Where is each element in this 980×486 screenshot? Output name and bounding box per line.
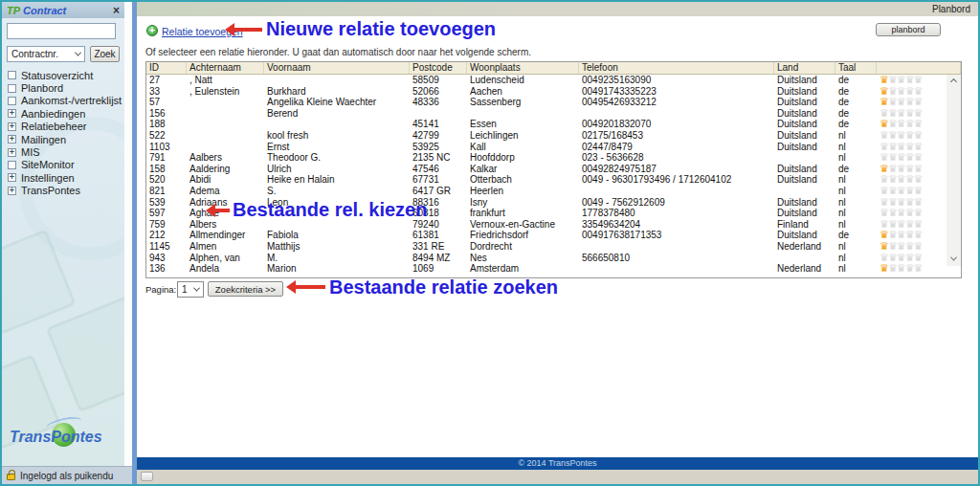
annotation-arrow-left-icon [206,204,230,217]
table-row[interactable]: 212AllmendingerFabiola61381Friedrichsdor… [146,230,961,241]
empty-box-icon[interactable] [8,84,16,93]
cell-achternaam: Abidi [187,174,264,186]
table-row[interactable]: 1103Ernst53925Kall02447/8479Duitslandnl♛… [146,142,961,153]
cell-achternaam: Aaldering [187,164,264,175]
cell-telefoon: 0049 - 7562912609 [579,197,774,209]
cell-achternaam: , Natt [187,75,264,86]
contract-filter-select[interactable]: Contractnr. [7,46,85,62]
cell-land: Duitsland [774,75,835,86]
cell-taal: nl [835,197,877,209]
relations-table: IDAchternaamVoornaamPostcodeWoonplaatsTe… [145,61,962,278]
cell-postcode: 6417 GR [410,186,467,197]
zoekcriteria-button[interactable]: Zoekcriteria >> [208,281,283,297]
page-select[interactable]: 1 [177,281,204,298]
cell-id: 539 [146,197,187,209]
scroll-up-icon[interactable] [947,75,961,89]
annotation-arrow-left-icon [286,280,325,294]
cell-taal: nl [835,208,877,219]
table-row[interactable]: 943Alphen, vanM.8494 MZNes566650810nl♛♛♛… [146,253,961,264]
cell-telefoon: 02447/8479 [579,142,774,153]
sidebar-item-aankomst-vertreklijst[interactable]: Aankomst-/vertreklijst [8,95,122,107]
sidebar: TP Contract × Contractnr. Zoek Statusove… [2,2,124,466]
sidebar-item-aanbiedingen[interactable]: +Aanbiedingen [8,107,122,120]
table-row[interactable]: 27, Natt58509Ludenscheid0049235163090Dui… [146,75,961,86]
cell-voornaam [264,75,410,86]
column-header[interactable]: Postcode [410,62,467,74]
table-row[interactable]: 18845141Essen0049201832070Duitslandde♛♛♛… [146,119,961,130]
cell-voornaam: Berend [264,108,410,120]
cell-voornaam: Matthijs [264,241,410,253]
empty-box-icon[interactable] [8,97,16,105]
cell-land: Duitsland [774,130,835,142]
table-row[interactable]: 522kool fresh42799Leichlingen02175/16845… [146,130,961,142]
scroll-down-icon[interactable] [947,252,961,266]
sidebar-item-statusoverzicht[interactable]: Statusoverzicht [8,69,122,81]
cell-postcode: 42799 [410,130,467,142]
table-row[interactable]: 57Angelika Kleine Waechter48336Sassenber… [146,97,961,108]
table-row[interactable]: 1145AlmenMatthijs331 REDordrechtNederlan… [146,241,961,253]
panel-handle[interactable] [141,472,153,481]
table-row[interactable]: 156BerendDuitslandde♛♛♛♛♛ [146,108,961,120]
column-header[interactable]: Land [774,62,835,74]
plus-box-icon[interactable]: + [8,122,16,131]
plus-box-icon[interactable]: + [8,148,16,157]
sidebar-gap [124,2,132,466]
column-header[interactable]: ID [146,62,187,74]
table-row[interactable]: 821AdemaS.6417 GRHeerlennl♛♛♛♛♛ [146,186,961,197]
column-header[interactable]: Woonplaats [467,62,579,74]
table-row[interactable]: 791AalbersTheodoor G.2135 NCHoofddorp023… [146,152,961,164]
sidebar-item-mis[interactable]: +MIS [8,145,122,158]
table-row[interactable]: 158AalderingUlrich47546Kalkar00492824975… [146,164,961,175]
sidebar-item-planbord[interactable]: Planbord [8,81,122,94]
cell-land: Duitsland [774,97,835,108]
cell-land: Duitsland [774,86,835,98]
add-plus-icon[interactable]: + [146,25,158,36]
cell-achternaam [187,130,264,142]
empty-box-icon[interactable] [8,71,16,79]
cell-id: 27 [146,75,187,86]
table-row[interactable]: 520AbidiHeike en Halain67731Otterbach004… [146,174,961,186]
annotation-pick-relation: Bestaande rel. kiezen [233,199,427,221]
cell-taal: nl [835,142,877,153]
plus-box-icon[interactable]: + [8,109,16,118]
table-scrollbar[interactable] [947,75,961,266]
cell-voornaam: S. [264,186,410,197]
cell-id: 188 [146,119,187,130]
cell-achternaam: Adema [187,186,264,197]
cell-postcode: 53925 [410,142,467,153]
contract-search-input[interactable] [7,23,116,39]
cell-achternaam: , Eulenstein [187,86,264,98]
empty-box-icon[interactable] [8,161,16,169]
table-row[interactable]: 33, EulensteinBurkhard52066Aachen0049174… [146,86,961,98]
sidebar-item-relatiebeheer[interactable]: +Relatiebeheer [8,121,122,133]
plus-box-icon[interactable]: + [8,187,16,195]
column-header[interactable]: Achternaam [187,62,264,74]
cell-voornaam: M. [264,253,410,264]
plus-box-icon[interactable]: + [8,173,16,182]
sidebar-item-label: SiteMonitor [21,159,75,170]
close-icon[interactable]: × [113,6,120,15]
cell-woonplaats: Ludenscheid [467,75,579,86]
sidebar-item-transpontes[interactable]: +TransPontes [8,185,122,197]
column-header[interactable] [877,62,961,74]
sidebar-item-instellingen[interactable]: +Instellingen [8,171,122,184]
sidebar-item-label: Aanbiedingen [21,108,85,120]
table-row[interactable]: 136AndelaMarion1069AmsterdamNederlandnl♛… [146,263,961,275]
column-header[interactable]: Voornaam [264,62,410,74]
padlock-icon [7,474,15,480]
planbord-button[interactable]: planbord [876,23,941,36]
cell-woonplaats: Kall [467,142,579,153]
sidebar-menu: StatusoverzichtPlanbordAankomst-/vertrek… [8,69,122,197]
column-header[interactable]: Taal [835,62,877,74]
sidebar-item-mailingen[interactable]: +Mailingen [8,133,122,145]
column-header[interactable]: Telefoon [579,62,774,74]
plus-box-icon[interactable]: + [8,135,16,144]
cell-telefoon: 566650810 [579,253,774,264]
sidebar-item-sitemonitor[interactable]: SiteMonitor [8,159,122,171]
cell-taal: nl [835,152,877,164]
cell-achternaam [187,142,264,153]
login-status-bar: Ingelogd als puikendu [2,466,132,484]
cell-id: 158 [146,164,187,175]
cell-woonplaats: Hoofddorp [467,152,579,164]
zoek-button[interactable]: Zoek [90,46,120,62]
